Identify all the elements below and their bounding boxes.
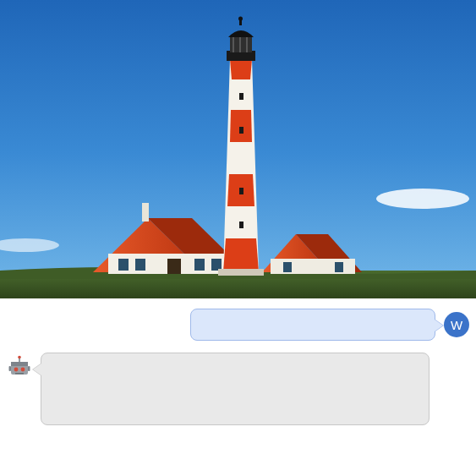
svg-rect-39	[11, 362, 28, 366]
svg-rect-29	[239, 222, 243, 228]
bot-message-row	[7, 353, 469, 425]
svg-marker-19	[223, 238, 259, 272]
hero-image	[0, 0, 476, 298]
svg-point-40	[14, 368, 19, 372]
svg-rect-9	[167, 259, 181, 274]
svg-rect-37	[218, 269, 264, 276]
svg-marker-22	[229, 142, 253, 174]
svg-rect-46	[15, 373, 24, 375]
svg-rect-35	[239, 20, 242, 25]
svg-point-36	[238, 17, 243, 21]
svg-rect-8	[135, 259, 145, 271]
bot-avatar[interactable]	[7, 354, 32, 380]
svg-rect-16	[283, 262, 292, 272]
bot-message-bubble[interactable]	[41, 353, 429, 425]
svg-rect-7	[118, 259, 129, 271]
svg-rect-28	[239, 188, 243, 194]
user-message-text	[191, 309, 435, 326]
svg-point-41	[21, 368, 25, 372]
svg-point-1	[376, 189, 469, 209]
svg-rect-42	[9, 366, 12, 371]
svg-rect-10	[194, 259, 205, 271]
svg-marker-25	[230, 59, 252, 79]
svg-rect-12	[142, 203, 149, 222]
robot-icon	[8, 355, 31, 379]
svg-rect-43	[28, 366, 30, 371]
svg-rect-17	[335, 262, 343, 272]
chat-area: W	[0, 298, 476, 425]
user-avatar[interactable]: W	[444, 312, 469, 337]
svg-rect-27	[239, 127, 243, 134]
user-avatar-letter: W	[451, 318, 462, 332]
user-message-row: W	[7, 309, 469, 341]
svg-point-45	[18, 356, 21, 359]
svg-rect-26	[239, 93, 243, 100]
svg-rect-11	[211, 259, 222, 271]
svg-marker-23	[230, 110, 252, 142]
lighthouse-illustration	[0, 0, 476, 298]
user-message-bubble[interactable]	[190, 309, 435, 341]
bot-message-text	[41, 353, 429, 370]
